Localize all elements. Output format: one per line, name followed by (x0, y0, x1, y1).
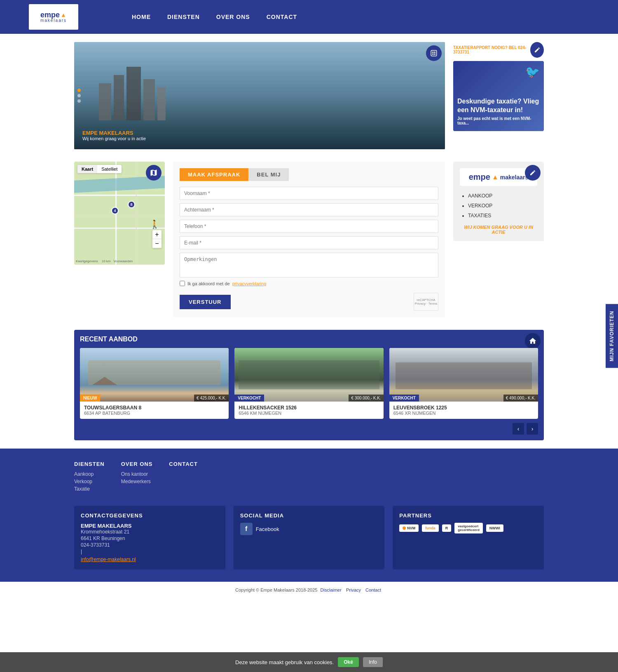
input-email[interactable] (180, 236, 438, 249)
footer-copyright: Copyright © Empe Makelaars 2018-2025 Dis… (0, 582, 618, 598)
carousel-prev[interactable]: ‹ (513, 423, 524, 435)
footer-address1: Krommehoekstraat 21 (81, 529, 219, 535)
footer-link-medewerkers[interactable]: Medewerkers (121, 479, 153, 484)
hero-dot-3[interactable] (77, 99, 81, 103)
logo-triangle: ▲ (61, 12, 66, 18)
map-zoom-out[interactable]: − (152, 239, 162, 248)
tab-maak-afspraak[interactable]: MAAK AFSPRAAK (180, 168, 248, 181)
empe-box-inner: empe ▲ makelaars AANKOOP VERKOOP TAXATIE… (453, 162, 544, 241)
nav-home[interactable]: HOME (132, 14, 151, 20)
map-person-icon: 🚶 (150, 219, 160, 229)
nav-diensten[interactable]: DIENSTEN (167, 14, 200, 20)
partner-nwwi: NWWI (486, 524, 503, 532)
nav-contact[interactable]: CONTACT (267, 14, 297, 20)
nav-over-ons[interactable]: OVER ONS (216, 14, 250, 20)
taxatie-banner: 🐦 Deskundige taxatie? Vlieg een NVM-taxa… (453, 61, 544, 131)
map-icon[interactable] (146, 165, 162, 181)
hero-image-wrap: EMPE MAKELAARS Wij komen graag voor u in… (74, 42, 445, 149)
map-road-2 (74, 215, 165, 216)
partners-logos: NVM funda R vastgoedcertgecertificeerd N… (399, 523, 537, 533)
listing-img-3: VERKOCHT € 490.000,- K.K. (389, 348, 538, 402)
copyright-contact[interactable]: Contact (365, 587, 381, 592)
input-opmerkingen[interactable] (180, 253, 438, 277)
logo-makelaars: makelaars (40, 19, 67, 23)
listing-info-1: TOUWSLAGERSBAAN 8 6634 AP BATENBURG (80, 402, 229, 419)
footer-link-taxatie[interactable]: Taxatie (74, 486, 105, 492)
tab-bel-mij[interactable]: BEL MIJ (248, 168, 289, 181)
map-zoom-in[interactable]: + (152, 230, 162, 239)
hero-dot-1[interactable] (77, 89, 81, 92)
map-road-1 (74, 195, 165, 196)
logo[interactable]: empe ▲ makelaars (29, 4, 78, 30)
footer: DIENSTEN Aankoop Verkoop Taxatie OVER ON… (0, 449, 618, 582)
footer-over-ons: OVER ONS Ons kantoor Medewerkers (121, 461, 153, 493)
copyright-disclaimer[interactable]: Disclaimer (321, 587, 342, 592)
listing-house-sketch-3 (396, 362, 532, 389)
listing-info-2: HILLEKENSACKER 1526 6546 KM NIJMEGEN (234, 402, 383, 419)
input-telefoon[interactable] (180, 220, 438, 233)
map-wrap: 4 8 🚶 Kaart Satelliet + − Kaartgegevens … (74, 162, 165, 317)
privacy-link[interactable]: privacyverklaring (232, 281, 267, 286)
footer-link-verkoop[interactable]: Verkoop (74, 479, 105, 484)
listing-card-1[interactable]: NIEUW € 425.000,- K.K. TOUWSLAGERSBAAN 8… (80, 348, 229, 419)
footer-email[interactable]: info@empe-makelaars.nl (81, 557, 136, 562)
empe-edit-icon[interactable] (525, 165, 541, 181)
service-verkoop: VERKOOP (468, 201, 537, 211)
hero-play-icon[interactable] (426, 45, 442, 61)
taxatie-edit-icon[interactable] (530, 42, 544, 58)
footer-bottom-row: CONTACTGEGEVENS EMPE MAKELAARS Krommehoe… (74, 506, 544, 569)
listing-badge-2: VERKOCHT (234, 395, 264, 402)
listing-price-1: € 425.000,- K.K. (194, 395, 229, 402)
map-zoom: + − (152, 230, 162, 248)
map-pin-1[interactable]: 4 (111, 207, 119, 214)
hero-buildings (99, 67, 166, 120)
verstuur-button[interactable]: VERSTUUR (180, 295, 231, 309)
empe-logo-inner: empe ▲ makelaars (469, 172, 529, 182)
listing-badge-3: VERKOCHT (389, 395, 419, 402)
map-toggle-satelliet[interactable]: Satelliet (97, 165, 122, 173)
facebook-link[interactable]: f Facebook (240, 523, 378, 535)
footer-partners-title: PARTNERS (399, 512, 537, 519)
footer-phone: 024-3733731 (81, 542, 219, 548)
listing-card-2[interactable]: VERKOCHT € 300.000,- K.K. HILLEKENSACKER… (234, 348, 383, 419)
input-achternaam[interactable] (180, 203, 438, 216)
hero-section: EMPE MAKELAARS Wij komen graag voor u in… (0, 38, 618, 153)
privacy-checkbox[interactable] (180, 281, 185, 286)
footer-contactgegevens-title: CONTACTGEGEVENS (81, 512, 219, 519)
hero-caption: EMPE MAKELAARS Wij komen graag voor u in… (82, 130, 146, 141)
recent-title: RECENT AANBOD (80, 336, 538, 343)
listing-house-sketch-2 (239, 360, 379, 389)
footer-link-aankoop[interactable]: Aankoop (74, 471, 105, 477)
footer-contact-title: CONTACT (169, 461, 198, 467)
footer-contactgegevens: CONTACTGEGEVENS EMPE MAKELAARS Krommehoe… (74, 506, 225, 569)
svg-rect-3 (432, 54, 433, 55)
empe-sidebar-box: empe ▲ makelaars AANKOOP VERKOOP TAXATIE… (453, 162, 544, 317)
listing-img-2: VERKOCHT € 300.000,- K.K. (234, 348, 383, 402)
listing-card-3[interactable]: VERKOCHT € 490.000,- K.K. LEUVENSBROEK 1… (389, 348, 538, 419)
empe-logo-m2: makelaars (500, 174, 529, 181)
mijn-favorieten-button[interactable]: Mijn favorieten (606, 304, 618, 368)
hero-image: EMPE MAKELAARS Wij komen graag voor u in… (74, 42, 445, 149)
footer-separator: | (81, 549, 219, 555)
footer-contact-col: CONTACT (169, 461, 198, 493)
hero-dot-2[interactable] (77, 94, 81, 97)
service-taxaties: TAXATIES (468, 211, 537, 221)
recent-house-icon (525, 333, 541, 349)
carousel-next[interactable]: › (527, 423, 538, 435)
contact-form-wrap: MAAK AFSPRAAK BEL MIJ Ik ga akkoord met … (173, 162, 445, 317)
carousel-nav: ‹ › (80, 423, 538, 435)
taxatie-bird-icon: 🐦 (525, 65, 540, 79)
taxatie-header-row: TAXATIERAPPORT NODIG? BEL 024-3733731 (453, 42, 544, 58)
footer-link-ons-kantoor[interactable]: Ons kantoor (121, 471, 153, 477)
copyright-privacy[interactable]: Privacy (346, 587, 361, 592)
footer-social-title: SOCIAL MEDIA (240, 512, 378, 519)
svg-rect-2 (434, 52, 435, 53)
input-voornaam[interactable] (180, 187, 438, 200)
map-toggle-kaart[interactable]: Kaart (77, 165, 97, 173)
map-pin-2[interactable]: 8 (128, 201, 135, 208)
taxatie-header-text: TAXATIERAPPORT NODIG? BEL 024-3733731 (453, 45, 530, 54)
privacy-row: Ik ga akkoord met de privacyverklaring (180, 281, 438, 286)
svg-rect-0 (431, 50, 437, 56)
taxatie-banner-sub: Jo weet pas echt wat is met een NVM-taxa… (457, 116, 540, 125)
hero-brand: EMPE MAKELAARS (82, 130, 146, 136)
